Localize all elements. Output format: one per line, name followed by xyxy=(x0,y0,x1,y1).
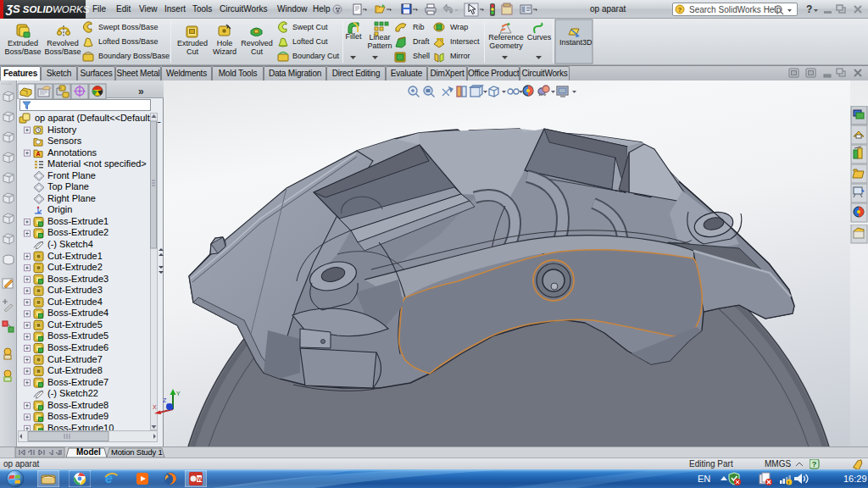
svg-text:!: ! xyxy=(787,480,789,485)
svg-text:A: A xyxy=(36,151,41,157)
svg-text:W: W xyxy=(198,476,203,482)
svg-text:?: ? xyxy=(806,3,812,15)
svg-text:16:29: 16:29 xyxy=(843,474,867,484)
svg-text:EN: EN xyxy=(698,474,710,484)
svg-text:X: X xyxy=(153,404,157,410)
svg-text:?: ? xyxy=(678,6,682,14)
svg-text:Z: Z xyxy=(163,397,167,403)
svg-text:?: ? xyxy=(812,460,817,469)
svg-text:Y: Y xyxy=(176,391,181,396)
